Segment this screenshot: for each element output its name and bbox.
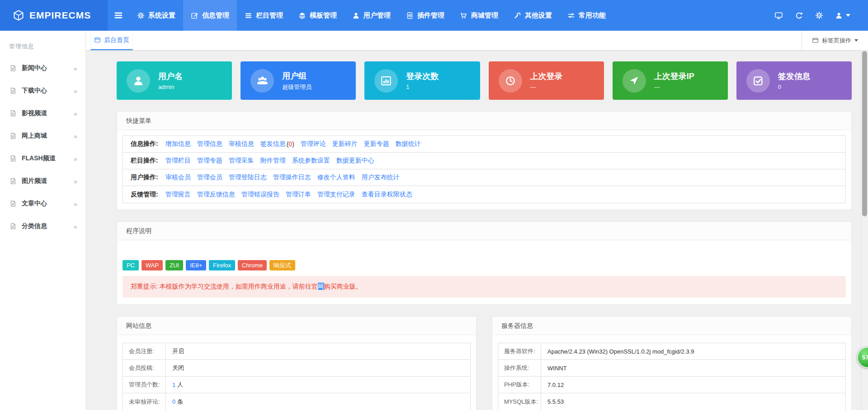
link-manage-members[interactable]: 管理会员 <box>197 173 222 182</box>
link-system-params[interactable]: 系统参数设置 <box>292 157 330 165</box>
program-description-panel: 程序说明 PC WAP ZUI IE8+ Firefox Chrome 响应式 … <box>117 221 852 305</box>
chevron-double-right-icon: » <box>74 200 77 208</box>
quick-menu-table: 信息操作: 增加信息 管理信息 审核信息 签发信息 (0) 管理评论 更新碎片 … <box>123 135 846 203</box>
link-data-statistics[interactable]: 数据统计 <box>396 140 421 148</box>
quick-menu-row-info: 信息操作: 增加信息 管理信息 审核信息 签发信息 (0) 管理评论 更新碎片 … <box>123 136 845 153</box>
sidebar-item-video-channel[interactable]: 影视频道 » <box>0 102 85 125</box>
admin-count-link[interactable]: 1 <box>172 382 175 388</box>
nav-item-info-management[interactable]: 信息管理 <box>183 0 237 31</box>
layers-icon <box>298 12 306 19</box>
badge-zui: ZUI <box>165 260 183 270</box>
window-icon <box>94 37 101 43</box>
link-attachment-management[interactable]: 附件管理 <box>260 157 286 165</box>
nav-item-other-settings[interactable]: 其他设置 <box>506 0 560 31</box>
stat-card-issued-info[interactable]: 签发信息 0 <box>736 61 852 100</box>
app-logo[interactable]: EMPIRECMS <box>0 0 108 31</box>
table-row-mysql-version: MYSQL版本: 5.5.53 <box>498 393 845 410</box>
link-user-publish-stats[interactable]: 用户发布统计 <box>362 173 400 182</box>
sidebar-item-classified-info[interactable]: 分类信息 » <box>0 215 85 238</box>
list-icon <box>245 12 252 19</box>
panel-title: 程序说明 <box>117 222 851 240</box>
bar-chart-icon <box>374 69 398 93</box>
document-icon <box>9 200 17 207</box>
nav-item-column-management[interactable]: 栏目管理 <box>237 0 291 31</box>
nav-item-system-settings[interactable]: 系统设置 <box>129 0 183 31</box>
user-menu[interactable] <box>829 12 856 19</box>
scrollbar-thumb[interactable] <box>862 51 867 216</box>
wrench-icon <box>514 12 521 19</box>
quick-menu-row-column: 栏目操作: 管理栏目 管理专题 管理采集 附件管理 系统参数设置 数据更新中心 <box>123 153 845 169</box>
caret-down-icon <box>846 14 850 17</box>
link-directory-permissions[interactable]: 查看目录权限状态 <box>362 191 412 199</box>
logo-text: EMPIRECMS <box>29 10 91 21</box>
link-error-reports[interactable]: 管理错误报告 <box>241 191 279 199</box>
check-square-icon <box>746 69 770 93</box>
table-row-operating-system: 操作系统: WINNT <box>498 360 845 377</box>
link-review-info[interactable]: 审核信息 <box>229 140 254 148</box>
sidebar-item-news-center[interactable]: 新闻中心 » <box>0 57 85 79</box>
link-manage-topics[interactable]: 管理专题 <box>197 157 222 165</box>
monitor-icon[interactable] <box>769 11 789 20</box>
link-operation-logs[interactable]: 管理操作日志 <box>273 173 311 182</box>
sidebar-item-online-mall[interactable]: 网上商城 » <box>0 125 85 147</box>
link-payment-records[interactable]: 管理支付记录 <box>317 191 355 199</box>
sidebar-item-download-center[interactable]: 下载中心 » <box>0 79 85 102</box>
stat-card-usergroup[interactable]: 用户组 超级管理员 <box>241 61 356 100</box>
stat-card-login-count[interactable]: 登录次数 1 <box>364 61 480 100</box>
stat-cards-row: 用户名 admin 用户组 超级管理员 登录次数 1 <box>117 61 852 100</box>
document-icon <box>9 87 17 94</box>
table-row-member-registration: 会员注册: 开启 <box>123 343 470 360</box>
tab-actions-button[interactable]: 标签页操作 <box>802 31 868 50</box>
tab-dashboard-home[interactable]: 后台首页 <box>90 31 133 50</box>
sidebar-item-flash-channel[interactable]: FLASH频道 » <box>0 147 85 170</box>
link-manage-messages[interactable]: 管理留言 <box>165 191 191 199</box>
license-warning-alert: 郑重提示: 本模版作为学习交流使用，如需用作商业用途，请前往官网购买商业版。 <box>123 276 846 298</box>
link-issue-info[interactable]: 签发信息 <box>260 140 286 148</box>
location-arrow-icon <box>623 69 646 93</box>
quick-menu-row-feedback: 反馈管理: 管理留言 管理反馈信息 管理错误报告 管理订单 管理支付记录 查看目… <box>123 186 845 203</box>
chevron-double-right-icon: » <box>74 223 77 230</box>
panel-title: 网站信息 <box>117 317 476 335</box>
chevron-double-right-icon: » <box>74 132 77 140</box>
main-content: 用户名 admin 用户组 超级管理员 登录次数 1 <box>86 51 861 410</box>
nav-item-common-functions[interactable]: 常用功能 <box>560 0 613 31</box>
sidebar-title: 管理信息 <box>0 31 85 57</box>
stat-card-username[interactable]: 用户名 admin <box>117 61 232 100</box>
badge-pc: PC <box>123 260 139 270</box>
refresh-icon[interactable] <box>789 11 809 20</box>
nav-item-template-management[interactable]: 模板管理 <box>291 0 344 31</box>
link-update-fragments[interactable]: 更新碎片 <box>332 140 358 148</box>
link-review-members[interactable]: 审核会员 <box>165 173 191 182</box>
link-manage-collection[interactable]: 管理采集 <box>229 157 254 165</box>
sidebar-item-article-center[interactable]: 文章中心 » <box>0 192 85 215</box>
panel-title: 快捷菜单 <box>117 112 851 130</box>
gear-icon[interactable] <box>809 11 829 19</box>
sidebar-item-image-channel[interactable]: 图片频道 » <box>0 170 85 192</box>
badge-chrome: Chrome <box>238 260 267 270</box>
link-update-topics[interactable]: 更新专题 <box>364 140 389 148</box>
nav-item-user-management[interactable]: 用户管理 <box>344 0 398 31</box>
badge-firefox: Firefox <box>209 260 235 270</box>
link-manage-orders[interactable]: 管理订单 <box>286 191 311 199</box>
stat-card-last-login-ip[interactable]: 上次登录IP --- <box>613 61 728 100</box>
link-manage-comments[interactable]: 管理评论 <box>301 140 326 148</box>
official-site-link[interactable]: 网 <box>318 283 324 290</box>
link-edit-profile[interactable]: 修改个人资料 <box>317 173 355 182</box>
link-manage-columns[interactable]: 管理栏目 <box>165 157 191 165</box>
badge-responsive: 响应式 <box>269 260 295 270</box>
stat-card-last-login[interactable]: 上次登录 --- <box>489 61 604 100</box>
nav-item-plugin-management[interactable]: 插件管理 <box>398 0 452 31</box>
link-add-info[interactable]: 增加信息 <box>165 140 191 148</box>
nav-item-mall-management[interactable]: 商城管理 <box>452 0 506 31</box>
link-login-logs[interactable]: 管理登陆日志 <box>229 173 267 182</box>
link-data-update-center[interactable]: 数据更新中心 <box>336 157 374 165</box>
hamburger-menu-icon[interactable] <box>108 0 129 31</box>
table-row-pending-comments: 未审核评论: 0条 <box>123 393 470 410</box>
document-icon <box>9 65 17 72</box>
pending-comments-link[interactable]: 0 <box>172 398 175 405</box>
link-manage-feedback[interactable]: 管理反馈信息 <box>197 191 235 199</box>
navbar-menu: 系统设置 信息管理 栏目管理 模板管理 用户管理 插件管理 <box>129 0 613 31</box>
link-manage-info[interactable]: 管理信息 <box>197 140 222 148</box>
plugin-file-icon <box>406 12 414 19</box>
user-icon <box>352 12 360 19</box>
